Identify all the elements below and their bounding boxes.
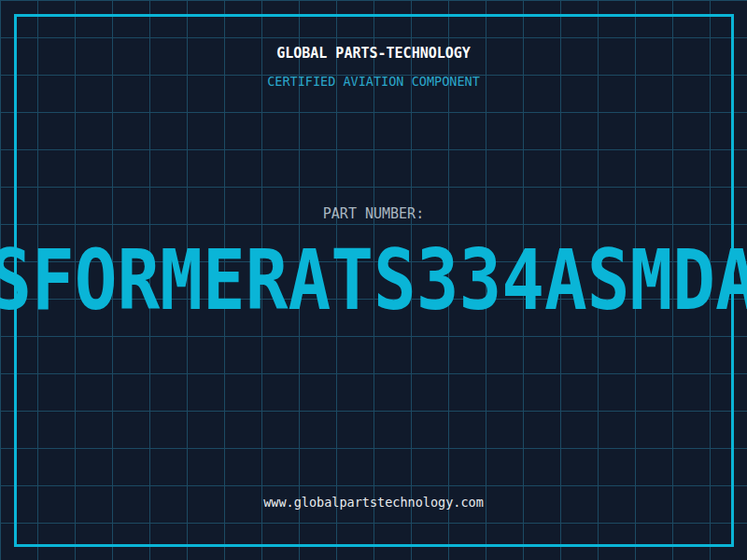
certification-subtitle: CERTIFIED AVIATION COMPONENT [0, 76, 747, 89]
company-title: GLOBAL PARTS-TECHNOLOGY [0, 47, 747, 61]
part-number-label: PART NUMBER: [0, 207, 747, 221]
certificate-page: GLOBAL PARTS-TECHNOLOGY CERTIFIED AVIATI… [0, 0, 747, 560]
part-number-value: SFORMERATS334ASMDA [0, 238, 747, 322]
website-url: www.globalpartstechnology.com [0, 497, 747, 510]
